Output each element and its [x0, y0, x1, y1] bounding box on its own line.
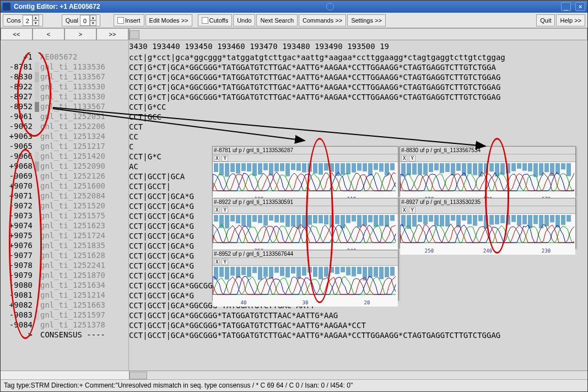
sequence-row[interactable]: CCT|G*CC — [129, 102, 587, 112]
svg-rect-119 — [522, 215, 527, 224]
sequence-row[interactable]: CCT|G*CT|GCA*GGCGGG*TATGGATGTCTTGAC*AATT… — [129, 82, 587, 92]
read-row[interactable]: -8781gnl_ti_1133536 — [1, 62, 128, 72]
horizontal-scrollbar-bottom[interactable] — [1, 370, 587, 379]
cutoffs-toggle[interactable]: Cutoffs — [198, 14, 233, 26]
read-name: gnl_ti_1133530 — [40, 92, 128, 102]
trace-x-button[interactable]: X — [214, 155, 220, 162]
sequence-row[interactable]: CCT|G*CT|GCA*GGCGGG*TATGGATGTCTTGAC*AATT… — [129, 92, 587, 102]
trace-y-button[interactable]: Y — [222, 259, 228, 265]
read-row[interactable]: +9075gnl_ti_1251724 — [1, 231, 128, 241]
read-row[interactable]: -9065gnl_ti_1251217 — [1, 142, 128, 152]
checkbox-icon — [202, 17, 208, 24]
read-row[interactable]: +9063gnl_ti_1251324 — [1, 132, 128, 142]
read-row[interactable]: +9068gnl_ti_1252090 — [1, 162, 128, 171]
read-number: -8922 — [1, 82, 34, 92]
reads-list[interactable]: +1AE005672-8781gnl_ti_1133536-8830gnl_ti… — [1, 52, 129, 370]
settings-menu[interactable]: Settings >> — [347, 14, 386, 26]
svg-rect-124 — [550, 215, 554, 222]
read-row[interactable]: -9084gnl_ti_1251378 — [1, 320, 128, 330]
trace-x-button[interactable]: X — [214, 207, 220, 213]
trace-y-button[interactable]: Y — [222, 155, 228, 162]
read-row[interactable]: +1AE005672 — [1, 52, 128, 62]
sequence-row[interactable]: CC — [129, 132, 587, 142]
read-row[interactable]: -9078gnl_ti_1252241 — [1, 261, 128, 271]
nav-last-button[interactable]: >> — [96, 28, 128, 40]
svg-rect-91 — [363, 215, 367, 226]
svg-rect-146 — [313, 267, 317, 277]
sequence-row[interactable]: cct|g*cct|gca*ggcggg*tatggatgtcttgac*aat… — [129, 52, 587, 62]
trace-x-button[interactable]: X — [401, 207, 407, 213]
svg-rect-0 — [214, 163, 218, 172]
trace-x-tick: 30 — [303, 300, 309, 305]
commands-menu[interactable]: Commands >> — [299, 14, 346, 26]
help-menu[interactable]: Help >> — [556, 14, 585, 26]
trace-x-button[interactable]: X — [401, 155, 407, 162]
nav-prev-button[interactable]: < — [33, 28, 64, 40]
read-row[interactable]: +9076gnl_ti_1251835 — [1, 241, 128, 251]
svg-rect-141 — [285, 267, 290, 277]
cons-spinner[interactable]: Cons 2 ▴▾ — [3, 14, 43, 26]
sequence-row[interactable]: CCT|GCCT|GCA*GGCGGG*TATGGATGTCTTGAC*AATT… — [129, 320, 587, 330]
quit-button[interactable]: Quit — [536, 14, 555, 26]
read-row[interactable]: -9079gnl_ti_1251870 — [1, 271, 128, 281]
trace-window[interactable]: #-8952 uf p / gnl_ti_1133567644XY403020 — [212, 250, 398, 300]
read-row[interactable]: -9069gnl_ti_1252126 — [1, 171, 128, 181]
read-row[interactable]: -9066gnl_ti_1251420 — [1, 152, 128, 162]
read-row[interactable]: +9070gnl_ti_1251600 — [1, 181, 128, 191]
quality-bar — [35, 72, 39, 82]
sequence-row[interactable]: CCT|GCCT|GCA*GGCGGG*TATGGATGTCTTAAC*AATT… — [129, 310, 587, 320]
sequence-row[interactable]: CCT|G*CT|GCA*GGCGGG*TATGGATGTCTTGAC*AATT… — [129, 72, 587, 82]
insert-toggle[interactable]: Insert — [114, 14, 144, 26]
svg-rect-145 — [308, 267, 312, 273]
nav-next-button[interactable]: > — [64, 28, 96, 40]
trace-y-button[interactable]: Y — [409, 155, 415, 162]
quality-bar — [35, 201, 39, 211]
undo-button[interactable]: Undo — [233, 14, 255, 26]
svg-rect-154 — [357, 267, 362, 274]
svg-rect-132 — [236, 267, 240, 278]
qual-spin-buttons[interactable]: ▴▾ — [90, 15, 96, 26]
nav-first-button[interactable]: << — [1, 28, 33, 40]
read-row[interactable]: -9080gnl_ti_1251634 — [1, 281, 128, 291]
sequence-row[interactable]: CCT|G*CT|GCA*GGCGGG*TATGGATGTCTTGAC*AATT… — [129, 62, 587, 72]
cons-value[interactable]: 2 — [23, 15, 33, 26]
cons-spin-buttons[interactable]: ▴▾ — [33, 15, 39, 26]
toolbar: Cons 2 ▴▾ Qual 0 ▴▾ Insert Edit Modes >>… — [1, 13, 587, 28]
read-row[interactable]: -9072gnl_ti_1251520 — [1, 201, 128, 211]
edit-modes-menu[interactable]: Edit Modes >> — [145, 14, 192, 26]
trace-window[interactable]: #-8927 uf p / gnl_ti_1133530235XY2502402… — [400, 198, 576, 249]
trace-y-button[interactable]: Y — [222, 207, 228, 213]
read-row[interactable]: -9061gnl_ti_1252051 — [1, 112, 128, 122]
read-row[interactable]: -8922gnl_ti_1133530 — [1, 82, 128, 92]
sequence-row[interactable]: CCT — [129, 122, 587, 132]
minimize-button[interactable]: _ — [561, 2, 571, 11]
trace-window[interactable]: #-8781 uf p / gnl_ti_1133536287XY120110 — [212, 146, 398, 197]
read-row[interactable]: +9071gnl_ti_1252084 — [1, 191, 128, 201]
trace-window[interactable]: #-8922 uf p / gnl_ti_1133530591XY250240 — [212, 198, 398, 249]
qual-value[interactable]: 0 — [80, 15, 90, 26]
read-row[interactable]: -9077gnl_ti_1251628 — [1, 251, 128, 261]
trace-y-button[interactable]: Y — [409, 207, 415, 213]
read-row[interactable]: -8830gnl_ti_1133567 — [1, 72, 128, 82]
read-row[interactable]: +9074gnl_ti_1251623 — [1, 221, 128, 231]
read-row[interactable]: -8927gnl_ti_1133530 — [1, 92, 128, 102]
svg-rect-24 — [346, 163, 350, 174]
close-button[interactable]: × — [575, 2, 585, 11]
trace-x-button[interactable]: X — [214, 259, 220, 265]
read-row[interactable]: -8952gnl_ti_1133567 — [1, 102, 128, 112]
read-row[interactable]: >CONSENSUS ---- — [1, 330, 128, 340]
read-row[interactable]: -9073gnl_ti_1251575 — [1, 211, 128, 221]
svg-rect-14 — [291, 163, 295, 170]
sequence-row[interactable]: CCT|GCC — [129, 112, 587, 122]
sequence-row[interactable]: CCT|GCCT|GCA*GGCGGG*TATGGATGTCTTGAC*AATT… — [129, 330, 587, 340]
read-row[interactable]: -9083gnl_ti_1251597 — [1, 310, 128, 320]
svg-rect-77 — [285, 215, 290, 227]
svg-rect-138 — [269, 267, 273, 278]
trace-window[interactable]: #-8830 uf p / gnl_ti_1133567534XY1901801… — [400, 146, 576, 197]
next-search-button[interactable]: Next Search — [256, 14, 298, 26]
read-row[interactable]: +9082gnl_ti_1251663 — [1, 300, 128, 310]
horizontal-scrollbar-top[interactable] — [129, 28, 587, 40]
qual-spinner[interactable]: Qual 0 ▴▾ — [62, 14, 100, 26]
read-row[interactable]: -9081gnl_ti_1251214 — [1, 291, 128, 300]
read-row[interactable]: -9062gnl_ti_1252206 — [1, 122, 128, 132]
